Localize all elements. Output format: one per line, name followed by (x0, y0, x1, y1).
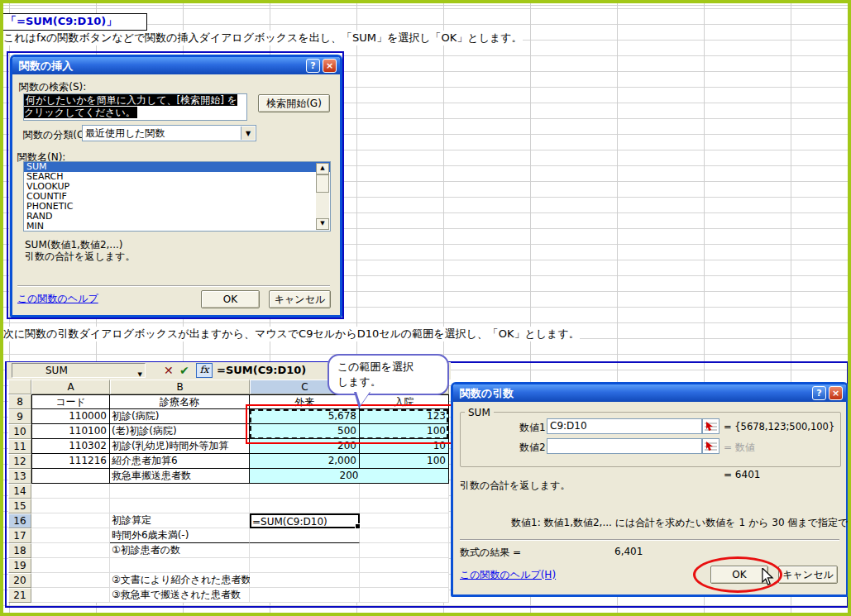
column-header-b[interactable]: B (110, 380, 250, 394)
search-start-button[interactable]: 検索開始(G) (258, 94, 330, 112)
cell-c18[interactable] (250, 543, 360, 558)
cell-d17[interactable] (360, 528, 449, 543)
cell-c14[interactable] (250, 484, 360, 499)
function-list-item[interactable]: SEARCH (24, 172, 330, 182)
cell-a20[interactable] (31, 573, 110, 588)
scrollbar-thumb[interactable] (316, 174, 329, 193)
arg1-input[interactable]: C9:D10 (547, 418, 702, 434)
cell-b8[interactable]: 診療名称 (110, 394, 250, 409)
cell-c15[interactable] (250, 499, 360, 513)
cell-a9[interactable]: 110000 (31, 409, 110, 424)
function-listbox[interactable]: SUM SEARCH VLOOKUP COUNTIF PHONETIC RAND… (23, 161, 331, 232)
cell-a12[interactable]: 111216 (31, 454, 110, 469)
scrollbar[interactable]: ▲ ▼ (316, 163, 329, 230)
help-icon[interactable]: ? (812, 386, 826, 400)
scroll-up-icon[interactable]: ▲ (316, 163, 329, 174)
cell-b9[interactable]: 初診(病院) (110, 409, 250, 424)
ok-button[interactable]: OK (201, 290, 260, 308)
row-header-19[interactable]: 19 (8, 558, 31, 573)
dialog-titlebar[interactable]: 関数の挿入 (12, 57, 340, 74)
cell-d18[interactable] (360, 543, 449, 558)
cell-a13[interactable] (31, 469, 110, 484)
column-header-a[interactable]: A (31, 380, 110, 394)
cell-d16[interactable] (360, 513, 449, 528)
function-list-item[interactable]: VLOOKUP (24, 182, 330, 192)
dialog-titlebar[interactable]: 関数の引数 (453, 384, 846, 402)
cell-a10[interactable]: 110100 (31, 424, 110, 439)
cell-b12[interactable]: 紹介患者加算6 (110, 454, 250, 469)
cell-b10[interactable]: (老)初診(病院) (110, 424, 250, 439)
row-header-12[interactable]: 12 (8, 454, 31, 469)
function-help-link[interactable]: この関数のヘルプ(H) (460, 568, 556, 582)
cell-c19[interactable] (250, 558, 360, 573)
chevron-down-icon[interactable]: ▼ (241, 127, 255, 140)
arg2-input[interactable] (547, 438, 702, 454)
cell-a15[interactable] (31, 499, 110, 513)
cell-b18[interactable]: ①初診患者の数 (110, 543, 250, 558)
cell-d21[interactable] (360, 588, 449, 603)
cell-c12[interactable]: 2,000 (250, 454, 360, 469)
cell-b14[interactable] (110, 484, 250, 499)
function-list-item[interactable]: PHONETIC (24, 202, 330, 212)
row-header-16[interactable]: 16 (8, 513, 31, 528)
row-header-14[interactable]: 14 (8, 484, 31, 499)
select-all-corner[interactable] (8, 380, 31, 394)
enter-entry-icon[interactable]: ✔ (179, 364, 189, 377)
function-list-item[interactable]: SUM (24, 162, 330, 172)
callout-line1: この範囲を選択 (337, 360, 447, 375)
range-picker-icon[interactable] (702, 418, 720, 434)
cell-b16[interactable]: 初診算定 (110, 513, 250, 528)
cell-b17[interactable]: 時間外6歳未満(-) (110, 528, 250, 543)
cell-d15[interactable] (360, 499, 449, 513)
function-list-item[interactable]: MIN (24, 222, 330, 232)
cell-c17[interactable] (250, 528, 360, 543)
cell-b21[interactable]: ③救急車で搬送された患者数 (110, 588, 250, 603)
row-header-9[interactable]: 9 (8, 409, 31, 424)
row-header-8[interactable]: 8 (8, 394, 31, 409)
cell-c16-active[interactable]: =SUM(C9:D10) (250, 513, 360, 528)
cancel-button[interactable]: キャンセル (269, 290, 331, 308)
cell-c20[interactable] (250, 573, 360, 588)
row-header-11[interactable]: 11 (8, 439, 31, 454)
row-header-18[interactable]: 18 (8, 543, 31, 558)
row-header-21[interactable]: 21 (8, 588, 31, 603)
row-header-17[interactable]: 17 (8, 528, 31, 543)
range-picker-icon[interactable] (702, 438, 720, 454)
cell-b15[interactable] (110, 499, 250, 513)
cell-d19[interactable] (360, 558, 449, 573)
row-header-20[interactable]: 20 (8, 573, 31, 588)
cell-a11[interactable]: 110302 (31, 439, 110, 454)
scroll-down-icon[interactable]: ▼ (316, 218, 329, 230)
help-icon[interactable]: ? (306, 59, 320, 73)
cancel-button[interactable]: キャンセル (778, 566, 838, 584)
row-header-10[interactable]: 10 (8, 424, 31, 439)
formula-bar-input[interactable]: =SUM(C9:D10) (217, 364, 306, 376)
cell-a18[interactable] (31, 543, 110, 558)
row-header-13[interactable]: 13 (8, 469, 31, 484)
cancel-entry-icon[interactable]: ✕ (164, 364, 174, 377)
cell-a21[interactable] (31, 588, 110, 603)
cell-b11[interactable]: 初診(乳幼児)時間外等加算 (110, 439, 250, 454)
function-list-item[interactable]: RAND (24, 212, 330, 222)
cell-c21[interactable] (250, 588, 360, 603)
cell-b20[interactable]: ②文書により紹介された患者数 (110, 573, 250, 588)
cell-a8[interactable]: コード (31, 394, 110, 409)
cell-a14[interactable] (31, 484, 110, 499)
close-icon[interactable]: × (323, 59, 337, 73)
cell-d12[interactable]: 100 (360, 454, 449, 469)
insert-function-icon[interactable]: fx (196, 363, 213, 378)
cell-d14[interactable] (360, 484, 449, 499)
name-box[interactable]: SUM ▼ (12, 363, 146, 378)
cell-c13-d13-merged[interactable]: 200 (250, 469, 449, 484)
category-dropdown[interactable]: 最近使用した関数 ▼ (82, 125, 256, 141)
search-input[interactable]: 何がしたいかを簡単に入力して、[検索開始] をクリックしてください。 (23, 93, 247, 121)
cell-b13[interactable]: 救急車搬送患者数 (110, 469, 250, 484)
function-help-link[interactable]: この関数のヘルプ (17, 292, 98, 306)
cell-b19[interactable] (110, 558, 250, 573)
cell-d20[interactable] (360, 573, 449, 588)
row-header-15[interactable]: 15 (8, 499, 31, 513)
cell-a17[interactable] (31, 528, 110, 543)
cell-a19[interactable] (31, 558, 110, 573)
cell-a16[interactable] (31, 513, 110, 528)
close-icon[interactable]: × (829, 386, 843, 400)
